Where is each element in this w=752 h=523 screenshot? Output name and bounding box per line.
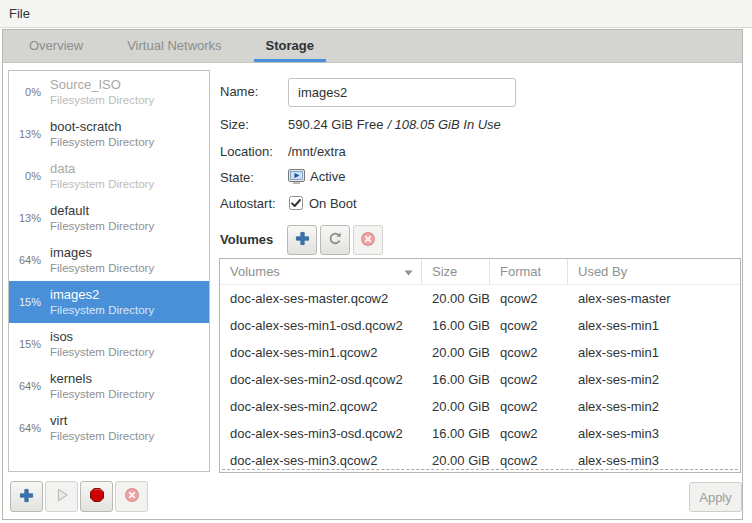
- volume-used-by-cell: alex-ses-min3: [568, 420, 740, 447]
- pool-usage-percent: 0%: [9, 86, 50, 98]
- pool-name: virt: [50, 412, 154, 429]
- volumes-table: Volumes Size Format Used By doc-alex-ses…: [219, 258, 741, 473]
- column-header-size[interactable]: Size: [422, 259, 490, 284]
- add-volume-button[interactable]: [287, 225, 317, 255]
- tab-virtual-networks[interactable]: Virtual Networks: [105, 30, 243, 62]
- column-header-format[interactable]: Format: [490, 259, 568, 284]
- volume-used-by-cell: alex-ses-min1: [568, 339, 740, 366]
- volume-row[interactable]: doc-alex-ses-min1-osd.qcow2 16.00 GiB qc…: [220, 312, 740, 339]
- volume-row[interactable]: doc-alex-ses-min1.qcow2 20.00 GiB qcow2 …: [220, 339, 740, 366]
- pool-type: Filesystem Directory: [50, 261, 154, 276]
- location-value: /mnt/extra: [288, 144, 346, 159]
- tab-overview[interactable]: Overview: [7, 30, 105, 62]
- pool-name-input[interactable]: [288, 78, 516, 107]
- pool-usage-percent: 13%: [9, 212, 50, 224]
- file-menu[interactable]: File: [0, 0, 39, 27]
- volume-row[interactable]: doc-alex-ses-master.qcow2 20.00 GiB qcow…: [220, 285, 740, 312]
- volume-size-cell: 20.00 GiB: [422, 393, 490, 420]
- volume-name-cell: doc-alex-ses-min1-osd.qcow2: [220, 312, 422, 339]
- pool-type: Filesystem Directory: [50, 429, 154, 444]
- volume-row[interactable]: doc-alex-ses-min3-osd.qcow2 16.00 GiB qc…: [220, 420, 740, 447]
- pool-type: Filesystem Directory: [50, 177, 154, 192]
- volume-name-cell: doc-alex-ses-min2.qcow2: [220, 393, 422, 420]
- volume-format-cell: qcow2: [490, 339, 568, 366]
- pool-row-images2-selected[interactable]: 15% images2Filesystem Directory: [9, 281, 209, 323]
- delete-circle-icon: [124, 487, 140, 506]
- state-label: State:: [220, 170, 254, 185]
- volume-format-cell: qcow2: [490, 312, 568, 339]
- volume-size-cell: 20.00 GiB: [422, 285, 490, 312]
- size-free: 590.24 GiB Free: [288, 117, 383, 132]
- table-drop-indicator: [222, 469, 738, 470]
- pool-usage-percent: 64%: [9, 254, 50, 266]
- autostart-value: On Boot: [309, 196, 357, 211]
- size-value: 590.24 GiB Free/ 108.05 GiB In Use: [288, 117, 501, 132]
- tab-strip: Overview Virtual Networks Storage: [3, 30, 742, 63]
- plus-icon: [295, 231, 310, 249]
- pool-usage-percent: 64%: [9, 422, 50, 434]
- pool-type: Filesystem Directory: [50, 93, 154, 108]
- pool-usage-percent: 64%: [9, 380, 50, 392]
- autostart-row: On Boot: [288, 195, 357, 214]
- pool-row-virt[interactable]: 64% virtFilesystem Directory: [9, 407, 209, 449]
- pool-row-kernels[interactable]: 64% kernelsFilesystem Directory: [9, 365, 209, 407]
- volume-row[interactable]: doc-alex-ses-min2.qcow2 20.00 GiB qcow2 …: [220, 393, 740, 420]
- pool-name: data: [50, 160, 154, 177]
- stop-pool-button[interactable]: [80, 481, 113, 512]
- pool-name: Source_ISO: [50, 76, 154, 93]
- autostart-label: Autostart:: [220, 196, 276, 211]
- delete-pool-button[interactable]: [115, 481, 148, 512]
- size-label: Size:: [220, 117, 249, 132]
- plus-icon: [19, 488, 34, 506]
- column-header-used-by[interactable]: Used By: [568, 259, 740, 284]
- volume-format-cell: qcow2: [490, 420, 568, 447]
- location-label: Location:: [220, 144, 273, 159]
- volume-name-cell: doc-alex-ses-min3-osd.qcow2: [220, 420, 422, 447]
- pool-usage-percent: 15%: [9, 296, 50, 308]
- state-value: Active: [310, 169, 345, 184]
- state-value-row: Active: [288, 169, 345, 187]
- storage-pool-list: 0% Source_ISOFilesystem Directory 13% bo…: [8, 70, 210, 472]
- column-header-label: Volumes: [230, 259, 280, 284]
- volume-format-cell: qcow2: [490, 393, 568, 420]
- delete-circle-icon: [360, 231, 376, 250]
- pool-type: Filesystem Directory: [50, 387, 154, 402]
- volume-size-cell: 16.00 GiB: [422, 420, 490, 447]
- pool-row-images[interactable]: 64% imagesFilesystem Directory: [9, 239, 209, 281]
- volume-size-cell: 16.00 GiB: [422, 312, 490, 339]
- pool-name: images2: [50, 286, 154, 303]
- pool-row-source-iso[interactable]: 0% Source_ISOFilesystem Directory: [9, 71, 209, 113]
- volume-format-cell: qcow2: [490, 366, 568, 393]
- autostart-checkbox[interactable]: [288, 195, 304, 214]
- pool-row-default[interactable]: 13% defaultFilesystem Directory: [9, 197, 209, 239]
- pool-row-isos[interactable]: 15% isosFilesystem Directory: [9, 323, 209, 365]
- delete-volume-button[interactable]: [353, 225, 383, 255]
- menubar: File: [0, 0, 752, 28]
- volumes-section-title: Volumes: [220, 232, 273, 247]
- volume-used-by-cell: alex-ses-master: [568, 285, 740, 312]
- tab-storage[interactable]: Storage: [244, 30, 336, 62]
- add-pool-button[interactable]: [10, 481, 43, 512]
- volume-used-by-cell: alex-ses-min2: [568, 366, 740, 393]
- pool-type: Filesystem Directory: [50, 219, 154, 234]
- volume-name-cell: doc-alex-ses-min2-osd.qcow2: [220, 366, 422, 393]
- pool-usage-percent: 15%: [9, 338, 50, 350]
- play-icon: [54, 487, 70, 506]
- refresh-volumes-button[interactable]: [320, 225, 350, 255]
- volume-used-by-cell: alex-ses-min1: [568, 312, 740, 339]
- pool-type: Filesystem Directory: [50, 135, 154, 150]
- pool-name: boot-scratch: [50, 118, 154, 135]
- pool-name: isos: [50, 328, 154, 345]
- pool-usage-percent: 0%: [9, 170, 50, 182]
- start-pool-button[interactable]: [45, 481, 78, 512]
- apply-button[interactable]: Apply: [689, 482, 742, 512]
- column-header-volumes[interactable]: Volumes: [220, 259, 422, 284]
- volume-row[interactable]: doc-alex-ses-min2-osd.qcow2 16.00 GiB qc…: [220, 366, 740, 393]
- pool-running-icon: [288, 169, 305, 187]
- pool-row-boot-scratch[interactable]: 13% boot-scratchFilesystem Directory: [9, 113, 209, 155]
- pool-row-data[interactable]: 0% dataFilesystem Directory: [9, 155, 209, 197]
- stop-icon: [89, 487, 105, 506]
- name-label: Name:: [220, 84, 258, 99]
- pool-name: default: [50, 202, 154, 219]
- pool-type: Filesystem Directory: [50, 303, 154, 318]
